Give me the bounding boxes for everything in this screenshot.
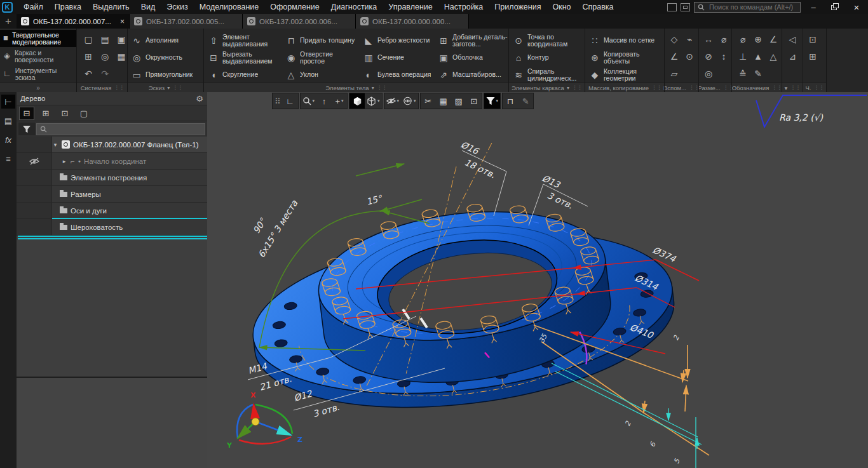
dim-diameter-icon[interactable]: ⌀ [717,32,731,46]
menu-management[interactable]: Управление [383,0,438,14]
dim-vertical-icon[interactable]: ↕ [717,50,731,64]
aux-line-icon[interactable]: ▱ [667,67,681,81]
menu-edit[interactable]: Правка [49,0,87,14]
dim-linear-icon[interactable]: ↔ [702,32,715,46]
visibility-scope-button[interactable]: ▾ [401,93,418,109]
section-tool[interactable]: ▥Сечение [362,49,437,66]
roughness-mark[interactable]: Ra 3,2 (√) [756,95,867,127]
save-as-icon[interactable]: ▦ [114,50,128,64]
flange-model[interactable] [233,123,683,429]
tree-item-construction-elements[interactable]: Элементы построения [17,170,207,186]
grid-pattern-tool[interactable]: ∷Массив по сетке [588,32,664,49]
tree-marquee-button[interactable]: ▢ [76,107,92,120]
tab-okb-137-002-000-006[interactable]: ОКБ-137.002.000.006... [243,14,356,29]
menu-help[interactable]: Справка [577,0,620,14]
sym-tolerance-icon[interactable]: ⊥ [736,50,750,64]
shaded-display-button[interactable] [349,93,365,109]
tree-panel-icon[interactable]: ⊢ [1,95,15,109]
tab-okb-137-000-000-000[interactable]: ОКБ-137.000.000.000... [356,14,469,29]
ribbon-collapse-chevron[interactable]: » [0,83,76,92]
panel-menu-icon[interactable]: ≡ [1,152,15,166]
tree-item-root-part[interactable]: ▾ОКБ-137.002.000.007 Фланец (Тел-1) [17,137,207,153]
scene-canvas[interactable]: 90° 6x15° 3 места 15° Ø16 18 отв. Ø13 3 … [207,92,868,468]
axes-button[interactable]: +▾ [332,93,347,109]
menu-diagnostics[interactable]: Диагностика [325,0,383,14]
dim-angular-icon[interactable]: ◎ [702,67,715,81]
hide-objects-button[interactable]: ▾ [384,93,402,109]
viewport-3d[interactable]: 90° 6x15° 3 места 15° Ø16 18 отв. Ø13 3 … [207,92,868,468]
open-document-icon[interactable]: ▤ [98,32,112,46]
sym-leader-icon[interactable]: ∠ [766,32,780,46]
fillet-tool[interactable]: ◖Скругление [207,66,281,83]
minimize-button[interactable]: – [804,0,822,14]
gear-icon[interactable]: ⚙ [196,94,203,104]
command-search-input[interactable] [708,3,797,11]
part-tool2-icon[interactable]: ⊞ [806,50,820,64]
scale-tool[interactable]: ⇗Масштабиров... [437,66,512,83]
clip-view-button[interactable]: ▨ [451,93,466,109]
restore-button[interactable] [826,0,844,14]
add-stock-part-tool[interactable]: ⊞Добавить деталь-заготов... [437,32,512,49]
tree-item-origin[interactable]: ▸⌐●Начало координат [17,153,207,170]
menu-drawing[interactable]: Оформление [264,0,325,14]
menu-sketch[interactable]: Эскиз [161,0,193,14]
window-layout-icon[interactable] [667,3,677,11]
picker-button[interactable]: ✎ [518,93,533,109]
tree-search-input[interactable] [50,124,201,133]
aux-point-icon[interactable]: ⊙ [682,50,696,64]
frame-view-button[interactable]: ▦ [436,93,451,109]
menu-select[interactable]: Выделить [87,0,135,14]
part-tool-icon[interactable]: ⊡ [806,32,820,46]
sym-mark-icon[interactable]: ▲ [751,50,765,64]
menu-applications[interactable]: Приложения [489,0,546,14]
tree-item-axes-arcs[interactable]: Оси и дуги [17,203,207,219]
circle-tool[interactable]: ◎Окружность [130,49,205,66]
sym-base-icon[interactable]: ≙ [736,67,750,81]
tree-item-roughness[interactable]: Шероховатость [17,219,207,236]
orientation-triad[interactable] [237,404,292,444]
filter-button[interactable]: ▾ [484,93,501,109]
aux-axis-icon[interactable]: ⌁ [682,32,696,46]
tree-structure-view-button[interactable]: ⊟ [19,107,34,120]
sketch-mode-button[interactable]: ∟ [283,93,298,109]
boolean-tool[interactable]: ◐Булева операция [362,66,437,83]
stamp-view-button[interactable]: ⊡ [466,93,482,109]
rib-tool[interactable]: ◣Ребро жесткости [362,32,437,49]
aux-angle-icon[interactable]: ∠ [667,50,681,64]
variables-panel-icon[interactable]: fx [1,133,15,147]
save-icon[interactable]: ▣ [114,32,128,46]
helix-tool[interactable]: ≋Спираль цилиндрическ... [512,66,587,83]
cut-extrude-tool[interactable]: ⊟Вырезать выдавливанием [207,49,281,66]
tree-filter-funnel-icon[interactable] [18,123,35,135]
geometry-collection-tool[interactable]: ◆Коллекция геометрии [588,66,664,83]
toolbar-grip[interactable]: ⠿ [273,93,283,109]
preview-icon[interactable]: ◎ [98,50,112,64]
mode-sketch-tools[interactable]: ∟ Инструменты эскиза [0,65,76,83]
section-view-button[interactable]: ✂ [421,93,436,109]
sym-position-icon[interactable]: △ [766,50,780,64]
menu-settings[interactable]: Настройка [438,0,489,14]
tree-relations-view-button[interactable]: ⊞ [38,107,53,120]
sym-datum-icon[interactable]: ⊕ [751,32,765,46]
extrude-tool[interactable]: ⇧Элемент выдавливания [207,32,281,49]
copy-objects-tool[interactable]: ⊛Копировать объекты [588,49,664,66]
dim-radial-icon[interactable]: ⊘ [702,50,715,64]
parameters-panel-icon[interactable]: ▤ [1,114,15,128]
command-search[interactable] [694,2,801,13]
new-tab-button[interactable]: + [0,14,17,29]
menu-modeling[interactable]: Моделирование [194,0,265,14]
tree-search-field[interactable] [36,123,205,135]
menu-file[interactable]: Файл [18,0,49,14]
mode-solid-modeling[interactable]: ■ Твердотельное моделирование [0,30,76,47]
new-document-icon[interactable]: ▢ [81,32,95,46]
menu-view[interactable]: Вид [135,0,161,14]
zoom-button[interactable]: ▾ [301,93,317,109]
orientation-button[interactable]: ↑ [316,93,332,109]
menu-window[interactable]: Окно [546,0,576,14]
rectangle-tool[interactable]: ▭Прямоугольник [130,66,205,83]
extra-tool-icon[interactable]: ◁ [785,32,799,46]
contour-tool[interactable]: ⌂Контур [512,49,587,66]
undo-icon[interactable]: ↶ [81,67,95,81]
mode-wireframe-surfaces[interactable]: ◈ Каркас и поверхности [0,48,76,65]
print-icon[interactable]: ⊞ [81,50,95,64]
